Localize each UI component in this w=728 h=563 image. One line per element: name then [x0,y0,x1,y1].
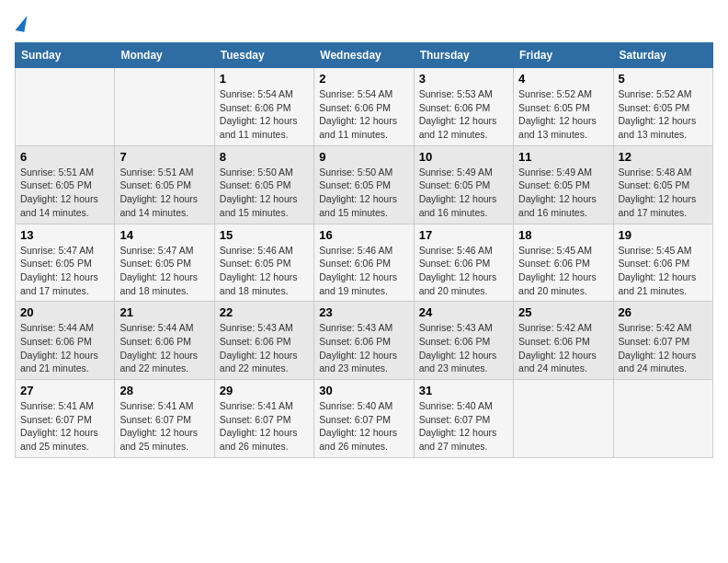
day-detail: Sunrise: 5:49 AMSunset: 6:05 PMDaylight:… [518,166,608,220]
day-number: 6 [20,150,109,164]
day-number: 16 [319,228,408,242]
calendar-cell: 2Sunrise: 5:54 AMSunset: 6:06 PMDaylight… [314,68,414,146]
day-number: 19 [619,228,708,242]
calendar-cell: 31Sunrise: 5:40 AMSunset: 6:07 PMDayligh… [414,380,513,458]
day-detail: Sunrise: 5:46 AMSunset: 6:06 PMDaylight:… [419,244,508,298]
day-detail: Sunrise: 5:41 AMSunset: 6:07 PMDaylight:… [220,399,309,454]
day-number: 4 [518,72,608,86]
day-number: 13 [20,228,109,242]
day-detail: Sunrise: 5:50 AMSunset: 6:05 PMDaylight:… [319,166,408,220]
day-number: 12 [619,150,708,164]
day-detail: Sunrise: 5:46 AMSunset: 6:06 PMDaylight:… [319,244,408,298]
calendar-cell: 17Sunrise: 5:46 AMSunset: 6:06 PMDayligh… [414,224,513,302]
calendar-cell: 18Sunrise: 5:45 AMSunset: 6:06 PMDayligh… [514,224,613,302]
logo [15,15,26,31]
day-number: 23 [319,305,408,319]
day-number: 22 [220,305,309,319]
calendar-cell [115,68,214,146]
day-number: 25 [518,305,608,319]
day-detail: Sunrise: 5:54 AMSunset: 6:06 PMDaylight:… [319,87,408,142]
header-row: SundayMondayTuesdayWednesdayThursdayFrid… [16,43,713,68]
week-row-2: 6Sunrise: 5:51 AMSunset: 6:05 PMDaylight… [16,145,713,224]
day-number: 29 [220,384,309,397]
calendar-cell: 29Sunrise: 5:41 AMSunset: 6:07 PMDayligh… [214,380,313,458]
calendar-cell: 1Sunrise: 5:54 AMSunset: 6:06 PMDaylight… [214,68,313,146]
day-number: 10 [419,150,508,164]
day-header-friday: Friday [514,43,613,68]
calendar-cell: 21Sunrise: 5:44 AMSunset: 6:06 PMDayligh… [115,302,214,380]
day-number: 26 [619,305,708,319]
day-detail: Sunrise: 5:43 AMSunset: 6:06 PMDaylight:… [319,321,408,375]
calendar-cell: 16Sunrise: 5:46 AMSunset: 6:06 PMDayligh… [314,224,414,302]
calendar-cell: 27Sunrise: 5:41 AMSunset: 6:07 PMDayligh… [16,380,115,458]
day-header-monday: Monday [115,43,214,68]
day-number: 11 [518,150,608,164]
day-detail: Sunrise: 5:42 AMSunset: 6:07 PMDaylight:… [619,321,708,375]
calendar-cell: 6Sunrise: 5:51 AMSunset: 6:05 PMDaylight… [16,145,115,224]
day-number: 9 [319,150,408,164]
day-number: 3 [419,72,508,86]
day-detail: Sunrise: 5:51 AMSunset: 6:05 PMDaylight:… [119,166,209,220]
calendar-cell [514,380,613,458]
day-number: 5 [619,72,708,86]
calendar-cell: 24Sunrise: 5:43 AMSunset: 6:06 PMDayligh… [414,302,513,380]
calendar-cell [16,68,115,146]
week-row-1: 1Sunrise: 5:54 AMSunset: 6:06 PMDaylight… [16,68,713,146]
page-header [15,15,713,31]
calendar-cell: 22Sunrise: 5:43 AMSunset: 6:06 PMDayligh… [214,302,313,380]
calendar-cell: 30Sunrise: 5:40 AMSunset: 6:07 PMDayligh… [314,380,414,458]
day-detail: Sunrise: 5:47 AMSunset: 6:05 PMDaylight:… [20,244,109,298]
day-detail: Sunrise: 5:47 AMSunset: 6:05 PMDaylight:… [119,244,209,298]
day-number: 21 [119,305,209,319]
day-detail: Sunrise: 5:45 AMSunset: 6:06 PMDaylight:… [619,244,708,298]
day-detail: Sunrise: 5:54 AMSunset: 6:06 PMDaylight:… [220,87,309,142]
calendar-cell: 3Sunrise: 5:53 AMSunset: 6:06 PMDaylight… [414,68,513,146]
day-detail: Sunrise: 5:45 AMSunset: 6:06 PMDaylight:… [518,244,608,298]
day-header-thursday: Thursday [414,43,513,68]
week-row-4: 20Sunrise: 5:44 AMSunset: 6:06 PMDayligh… [16,302,713,380]
day-detail: Sunrise: 5:41 AMSunset: 6:07 PMDaylight:… [20,399,109,454]
calendar-cell: 5Sunrise: 5:52 AMSunset: 6:05 PMDaylight… [613,68,712,146]
day-number: 27 [20,384,109,397]
calendar-cell: 23Sunrise: 5:43 AMSunset: 6:06 PMDayligh… [314,302,414,380]
day-number: 17 [419,228,508,242]
calendar-cell: 15Sunrise: 5:46 AMSunset: 6:05 PMDayligh… [214,224,313,302]
day-detail: Sunrise: 5:49 AMSunset: 6:05 PMDaylight:… [419,166,508,220]
calendar-table: SundayMondayTuesdayWednesdayThursdayFrid… [15,42,713,458]
day-detail: Sunrise: 5:44 AMSunset: 6:06 PMDaylight:… [20,321,109,375]
day-header-sunday: Sunday [16,43,115,68]
calendar-cell: 19Sunrise: 5:45 AMSunset: 6:06 PMDayligh… [613,224,712,302]
calendar-cell: 10Sunrise: 5:49 AMSunset: 6:05 PMDayligh… [414,145,513,224]
calendar-cell: 12Sunrise: 5:48 AMSunset: 6:05 PMDayligh… [613,145,712,224]
day-detail: Sunrise: 5:40 AMSunset: 6:07 PMDaylight:… [319,399,408,454]
day-number: 14 [119,228,209,242]
day-detail: Sunrise: 5:51 AMSunset: 6:05 PMDaylight:… [20,166,109,220]
day-number: 24 [419,305,508,319]
day-number: 18 [518,228,608,242]
day-detail: Sunrise: 5:43 AMSunset: 6:06 PMDaylight:… [220,321,309,375]
day-number: 31 [419,384,508,397]
day-detail: Sunrise: 5:41 AMSunset: 6:07 PMDaylight:… [119,399,209,454]
day-detail: Sunrise: 5:50 AMSunset: 6:05 PMDaylight:… [220,166,309,220]
calendar-cell: 7Sunrise: 5:51 AMSunset: 6:05 PMDaylight… [115,145,214,224]
day-number: 15 [220,228,309,242]
day-detail: Sunrise: 5:46 AMSunset: 6:05 PMDaylight:… [220,244,309,298]
day-detail: Sunrise: 5:52 AMSunset: 6:05 PMDaylight:… [619,87,708,142]
day-number: 8 [220,150,309,164]
week-row-3: 13Sunrise: 5:47 AMSunset: 6:05 PMDayligh… [16,224,713,302]
day-header-wednesday: Wednesday [314,43,414,68]
day-detail: Sunrise: 5:43 AMSunset: 6:06 PMDaylight:… [419,321,508,375]
day-detail: Sunrise: 5:44 AMSunset: 6:06 PMDaylight:… [119,321,209,375]
day-detail: Sunrise: 5:52 AMSunset: 6:05 PMDaylight:… [518,87,608,142]
calendar-cell: 11Sunrise: 5:49 AMSunset: 6:05 PMDayligh… [514,145,613,224]
day-number: 2 [319,72,408,86]
day-number: 7 [119,150,209,164]
calendar-cell: 28Sunrise: 5:41 AMSunset: 6:07 PMDayligh… [115,380,214,458]
day-number: 1 [220,72,309,86]
logo-icon [16,14,28,31]
calendar-cell: 4Sunrise: 5:52 AMSunset: 6:05 PMDaylight… [514,68,613,146]
calendar-cell [613,380,712,458]
calendar-cell: 8Sunrise: 5:50 AMSunset: 6:05 PMDaylight… [214,145,313,224]
day-number: 28 [119,384,209,397]
day-detail: Sunrise: 5:53 AMSunset: 6:06 PMDaylight:… [419,87,508,142]
